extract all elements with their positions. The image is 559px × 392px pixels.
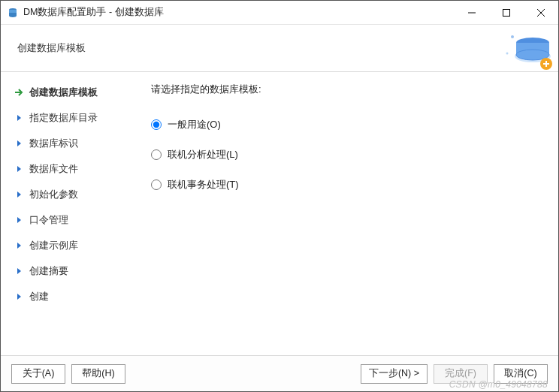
chevron-right-icon xyxy=(13,293,25,300)
svg-point-7 xyxy=(506,53,509,55)
template-option-general[interactable]: 一般用途(O) xyxy=(151,110,543,140)
step-database-id[interactable]: 数据库标识 xyxy=(8,131,133,156)
chevron-right-icon xyxy=(13,191,25,198)
step-label: 创建 xyxy=(29,290,49,303)
template-radio-general[interactable] xyxy=(151,119,162,130)
template-radio-oltp[interactable] xyxy=(151,179,162,190)
chevron-right-icon xyxy=(13,216,25,224)
step-password-manage[interactable]: 口令管理 xyxy=(8,207,133,233)
close-button[interactable] xyxy=(524,1,558,24)
arrow-right-icon xyxy=(13,87,25,98)
template-option-label: 联机分析处理(L) xyxy=(168,148,238,161)
svg-rect-1 xyxy=(503,9,510,16)
content-pane: 请选择指定的数据库模板: 一般用途(O) 联机分析处理(L) 联机事务处理(T) xyxy=(136,72,558,355)
svg-point-6 xyxy=(511,35,514,38)
step-init-params[interactable]: 初始化参数 xyxy=(8,182,133,207)
chevron-right-icon xyxy=(13,114,25,122)
cancel-button[interactable]: 取消(C) xyxy=(494,364,548,384)
template-option-label: 联机事务处理(T) xyxy=(168,178,239,191)
minimize-button[interactable] xyxy=(455,1,489,24)
chevron-right-icon xyxy=(13,242,25,249)
template-option-label: 一般用途(O) xyxy=(168,118,221,131)
step-label: 数据库文件 xyxy=(29,162,78,176)
step-label: 口令管理 xyxy=(29,213,68,227)
wizard-footer: 关于(A) 帮助(H) 下一步(N) > 完成(F) 取消(C) CSDN @m… xyxy=(1,355,558,391)
template-radio-olap[interactable] xyxy=(151,149,162,160)
step-sample-db[interactable]: 创建示例库 xyxy=(8,233,133,258)
step-sidebar: 创建数据库模板 指定数据库目录 数据库标识 数据库文件 xyxy=(1,72,136,355)
step-label: 创建数据库模板 xyxy=(29,86,98,99)
wizard-header: 创建数据库模板 xyxy=(1,25,558,71)
step-specify-directory[interactable]: 指定数据库目录 xyxy=(8,105,133,131)
step-create[interactable]: 创建 xyxy=(8,284,133,309)
template-option-olap[interactable]: 联机分析处理(L) xyxy=(151,140,543,170)
next-button[interactable]: 下一步(N) > xyxy=(361,364,428,384)
step-label: 数据库标识 xyxy=(29,137,78,150)
help-button[interactable]: 帮助(H) xyxy=(71,364,125,384)
step-database-files[interactable]: 数据库文件 xyxy=(8,156,133,182)
about-button[interactable]: 关于(A) xyxy=(11,364,65,384)
step-label: 创建摘要 xyxy=(29,264,68,278)
step-create-template[interactable]: 创建数据库模板 xyxy=(8,80,133,105)
chevron-right-icon xyxy=(13,267,25,275)
maximize-button[interactable] xyxy=(489,1,524,24)
step-label: 创建示例库 xyxy=(29,239,78,252)
titlebar: DM数据库配置助手 - 创建数据库 xyxy=(1,1,558,25)
database-illustration-icon xyxy=(486,23,554,79)
header-subtitle: 创建数据库模板 xyxy=(17,41,86,55)
chevron-right-icon xyxy=(13,140,25,147)
app-icon xyxy=(7,7,19,19)
wizard-window: DM数据库配置助手 - 创建数据库 创建数据库模板 xyxy=(0,0,559,392)
window-title: DM数据库配置助手 - 创建数据库 xyxy=(23,6,164,19)
step-summary[interactable]: 创建摘要 xyxy=(8,258,133,284)
finish-button: 完成(F) xyxy=(434,364,488,384)
chevron-right-icon xyxy=(13,165,25,173)
template-prompt: 请选择指定的数据库模板: xyxy=(151,83,543,96)
step-label: 指定数据库目录 xyxy=(29,111,98,125)
wizard-body: 创建数据库模板 指定数据库目录 数据库标识 数据库文件 xyxy=(1,72,558,355)
step-label: 初始化参数 xyxy=(29,188,78,201)
template-option-oltp[interactable]: 联机事务处理(T) xyxy=(151,170,543,200)
